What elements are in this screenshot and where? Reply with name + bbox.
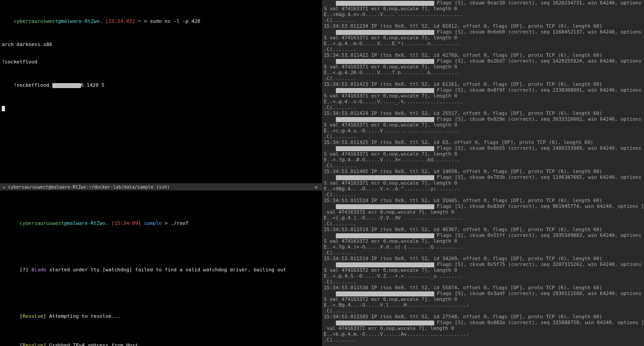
close-icon[interactable]: ✕ bbox=[3, 184, 5, 190]
redacted-text bbox=[336, 59, 434, 64]
output-line: !socketflood bbox=[14, 82, 52, 88]
tcpdump-line: E..<.@.4.2R-O.....V....T.b.........&....… bbox=[324, 70, 642, 76]
command-input: ./roof bbox=[171, 220, 189, 226]
redacted-text bbox=[336, 117, 434, 122]
tcpdump-line: E..<k&@.4.n<-O.....V....`...............… bbox=[324, 12, 642, 17]
redacted-text bbox=[336, 146, 434, 151]
tcpdump-line: S val 474163371 ecr 0,nop,wscale 7], len… bbox=[324, 122, 642, 128]
tcpdump-line: S val 474163371 ecr 0,nop,wscale 7], len… bbox=[324, 35, 642, 41]
prompt-sep: > bbox=[144, 18, 147, 24]
tcpdump-line: 15:34:53.011425 IP (tos 0x0, ttl 52, id … bbox=[324, 139, 642, 145]
tcpdump-line: E..<.@.4..m-O.....V....E.*)........n....… bbox=[324, 41, 642, 46]
tcpdump-line: Flags [S], cksum 0x883a (correct), seq 3… bbox=[324, 320, 642, 325]
tcpdump-line: E..<.B@.4...-O.....V.l.....H............… bbox=[324, 302, 642, 308]
tcpdump-line: Flags [S], cksum 0x26d7 (correct), seq 1… bbox=[324, 58, 642, 64]
tcpdump-line: .C(........ bbox=[324, 163, 642, 169]
tcpdump-line: Flags [S], cksum 0x6b55 (correct), seq 1… bbox=[324, 145, 642, 151]
prompt-path: ~ bbox=[138, 18, 141, 24]
tcpdump-line: Flags [S], cksum 0x3adf (correct), seq 2… bbox=[324, 291, 642, 296]
prompt-host: malware-RtZwo. bbox=[67, 220, 109, 226]
tcpdump-line: 15:34:53.011423 IP (tos 0x0, ttl 52, id … bbox=[324, 81, 642, 87]
tcpdump-line: S val 474163371 ecr 0,nop,wscale 7], len… bbox=[324, 6, 642, 12]
tcpdump-line: 15:34:53.011538 IP (tos 0x0, ttl 52, id … bbox=[324, 285, 642, 291]
tcpdump-line: Flags [S], cksum 0x51ff (correct), seq 1… bbox=[324, 232, 642, 238]
tcpdump-line: 15:34:53.011422 IP (tos 0x0, ttl 52, id … bbox=[324, 52, 642, 58]
cursor bbox=[2, 106, 5, 111]
tcpdump-line: Flags [S], cksum 0x83df (correct), seq 9… bbox=[324, 203, 642, 209]
tcpdump-line: .C(........ bbox=[324, 134, 642, 139]
tcpdump-line: Flags [S], cksum 0x6eb0 (correct), seq 1… bbox=[324, 29, 642, 35]
tcpdump-line: .C(........ bbox=[324, 250, 642, 256]
tcpdump-line: Flags [S], cksum 0xac10 (correct), seq 1… bbox=[324, 0, 642, 6]
tcpdump-line: E..<{.@.4.].-O.....V.V..9V .............… bbox=[324, 215, 642, 221]
tcpdump-line: 15:34:53.011585 IP (tos 0x0, ttl 52, id … bbox=[324, 314, 642, 320]
redacted-text bbox=[336, 233, 434, 238]
tcpdump-line: 15:34:53.011519 IP (tos 0x0, ttl 52, id … bbox=[324, 256, 642, 262]
tcpdump-line: S val 474163372 ecr 0,nop,wscale 7], len… bbox=[324, 267, 642, 273]
tcpdump-line: val 474163372 ecr 0,nop,wscale 7], lengt… bbox=[324, 209, 642, 215]
output-line: !socketflood bbox=[2, 59, 320, 65]
redacted-text bbox=[336, 262, 434, 267]
tcpdump-line: 15:34:53.011510 IP (tos 0x0, ttl 52, id … bbox=[324, 198, 642, 203]
app-name: Blade bbox=[31, 267, 46, 273]
tcpdump-line: E..<.@.4.S.-O.....V.Z...+.>........._u..… bbox=[324, 273, 642, 279]
maximize-icon[interactable]: ⊖ bbox=[315, 184, 320, 190]
tcpdump-line: Flags [S], cksum 0x8f9f (correct), seq 2… bbox=[324, 87, 642, 93]
redacted-text bbox=[336, 30, 434, 35]
prompt-path: sample bbox=[144, 220, 162, 226]
tag-resolve: Resolve bbox=[22, 313, 43, 319]
redacted-text bbox=[336, 88, 434, 93]
tcpdump-line: .C(........ bbox=[324, 221, 642, 227]
tcpdump-line: S val 474163371 ecr 0,nop,wscale 7], len… bbox=[324, 64, 642, 70]
tcpdump-line: .C(........ bbox=[324, 17, 642, 23]
tcpdump-line: 15:34:53.011519 IP (tos 0x0, ttl 52, id … bbox=[324, 227, 642, 232]
terminal-pane-right[interactable]: Flags [S], cksum 0xac10 (correct), seq 1… bbox=[322, 0, 644, 346]
prompt-user: cybersauruswest bbox=[14, 18, 58, 24]
prompt-time: [15:34:03] bbox=[106, 18, 135, 24]
prompt-user: cybersauruswest bbox=[20, 220, 64, 226]
tcpdump-line: E..<.?@.4..#-O.....V....X<.........kU...… bbox=[324, 157, 642, 163]
redacted-text bbox=[336, 204, 434, 209]
redacted-text bbox=[336, 175, 434, 180]
tcpdump-line: E..<c.@.4.u.-O.....V....................… bbox=[324, 128, 642, 134]
tcpdump-line: .C(........ bbox=[324, 308, 642, 314]
tcpdump-line: val 474163372 ecr 0,nop,wscale 7], lengt… bbox=[324, 325, 642, 331]
tcpdump-line: Flags [S], cksum 0x5f75 (correct), seq 3… bbox=[324, 262, 642, 267]
terminal-pane-bottom-left[interactable]: ✕ cybersauruswest@malware-RtZwo:~/docker… bbox=[0, 172, 322, 346]
tcpdump-line: .C(........ bbox=[324, 46, 642, 52]
tcpdump-line: E..<k.@.4.m.-O.....V......Av............… bbox=[324, 331, 642, 337]
tcpdump-line: S val 474163371 ecr 0,nop,wscale 7], len… bbox=[324, 180, 642, 186]
tcpdump-line: .C(........ bbox=[324, 105, 642, 110]
tcpdump-line: .C(........ bbox=[324, 192, 642, 198]
tcpdump-line: S val 474163371 ecr 0,nop,wscale 7], len… bbox=[324, 93, 642, 99]
tcpdump-line: E..<9B@.4.. -O.....V.<..A.^.........y;..… bbox=[324, 186, 642, 192]
output-line: arch darkness.x86 bbox=[2, 42, 320, 47]
tcpdump-line: .C(........ bbox=[324, 76, 642, 81]
redacted-text bbox=[52, 83, 81, 88]
output-line: 6 1420 5 bbox=[81, 82, 105, 88]
tcpdump-line: S val 474163372 ecr 0,nop,wscale 7], len… bbox=[324, 238, 642, 244]
tcpdump-line: 15:34:53.011424 IP (tos 0x0, ttl 52, id … bbox=[324, 110, 642, 116]
tcpdump-line: E..<.7@.4.(+-O.....V.d..s[.{........Q...… bbox=[324, 244, 642, 250]
command-input: sudo nc -l -p 420 bbox=[150, 18, 200, 24]
tcpdump-line: E..<.@.4..x-O.....V....._.%.............… bbox=[324, 99, 642, 105]
terminal-pane-top-left[interactable]: cybersauruswest@malware-RtZwo. [15:34:03… bbox=[0, 0, 322, 172]
tcpdump-line: S val 474163371 ecr 0,nop,wscale 7], len… bbox=[324, 151, 642, 157]
redacted-text bbox=[336, 1, 434, 6]
tcpdump-line: Flags [S], cksum 0x029e (correct), seq 3… bbox=[324, 116, 642, 122]
tcpdump-line: .C(........ bbox=[324, 279, 642, 285]
prompt-host: malware-RtZwo. bbox=[61, 18, 102, 24]
redacted-text bbox=[336, 291, 434, 296]
tcpdump-line: .C(........ bbox=[324, 337, 642, 343]
tab-title[interactable]: cybersauruswest@malware-RtZwo:~/docker-l… bbox=[8, 184, 169, 190]
prompt-time: [15:34:09] bbox=[111, 220, 141, 226]
tcpdump-line: 15:34:53.011234 IP (tos 0x0, ttl 52, id … bbox=[324, 23, 642, 29]
redacted-text bbox=[336, 321, 434, 325]
tcpdump-line: Flags [S], cksum 0x793b (correct), seq 1… bbox=[324, 174, 642, 180]
tab-bar: ✕ cybersauruswest@malware-RtZwo:~/docker… bbox=[0, 183, 322, 190]
tcpdump-line: S val 474163372 ecr 0,nop,wscale 7], len… bbox=[324, 296, 642, 302]
tcpdump-line: 15:34:53.011485 IP (tos 0x0, ttl 52, id … bbox=[324, 169, 642, 174]
